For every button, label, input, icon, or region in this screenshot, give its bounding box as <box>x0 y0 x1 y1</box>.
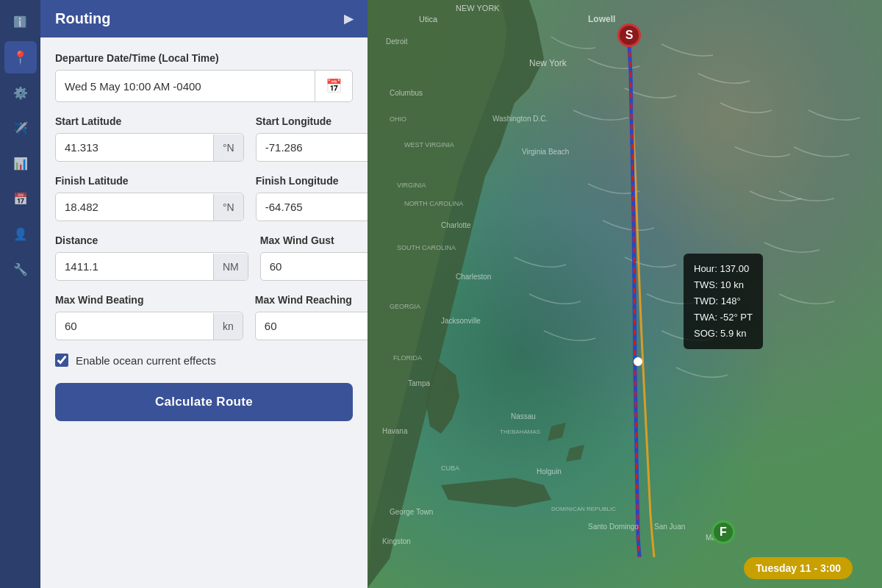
max-wind-gust-input[interactable] <box>261 253 368 280</box>
svg-text:DOMINICAN REPUBLIC: DOMINICAN REPUBLIC <box>551 506 616 512</box>
start-marker: S <box>617 24 641 47</box>
svg-text:SOUTH CAROLINA: SOUTH CAROLINA <box>397 244 456 251</box>
sidebar-item-calendar[interactable]: 📅 <box>4 182 37 215</box>
max-wind-beating-unit: kn <box>213 313 243 340</box>
finish-marker-label: F <box>720 526 727 539</box>
svg-text:GEORGIA: GEORGIA <box>390 303 420 310</box>
finish-lon-input-wrapper: °E <box>256 193 368 221</box>
max-wind-reaching-group: Max Wind Reaching kn <box>255 294 368 340</box>
max-wind-gust-label: Max Wind Gust <box>260 234 368 246</box>
svg-text:Washington D.C.: Washington D.C. <box>492 115 548 123</box>
collapse-arrow[interactable]: ▶ <box>344 12 353 26</box>
finish-lat-label: Finish Latitude <box>55 175 244 187</box>
distance-label: Distance <box>55 234 248 246</box>
max-wind-beating-input-wrapper: kn <box>55 312 243 340</box>
start-lat-label: Start Latitude <box>55 115 244 127</box>
finish-lat-unit: °N <box>213 194 243 220</box>
departure-date-label: Departure Date/Time (Local Time) <box>55 52 353 64</box>
svg-text:Tampa: Tampa <box>408 379 430 387</box>
svg-text:WEST VIRGINIA: WEST VIRGINIA <box>404 141 454 148</box>
ocean-current-label[interactable]: Enable ocean current effects <box>76 354 216 367</box>
calendar-icon[interactable]: 📅 <box>315 71 352 101</box>
finish-lon-label: Finish Longitude <box>256 175 368 187</box>
start-lat-group: Start Latitude °N <box>55 115 244 162</box>
svg-text:Columbus: Columbus <box>390 89 423 97</box>
icon-bar: ℹ️ 📍 ⚙️ ✈️ 📊 📅 👤 🔧 <box>0 0 40 588</box>
departure-date-input[interactable] <box>56 73 315 100</box>
wind-beating-reaching-row: Max Wind Beating kn Max Wind Reaching kn <box>55 294 353 340</box>
sidebar-item-location[interactable]: 📍 <box>4 41 37 74</box>
departure-field-group: Departure Date/Time (Local Time) 📅 <box>55 52 353 102</box>
svg-text:Charleston: Charleston <box>456 273 491 281</box>
finish-coords-row: Finish Latitude °N Finish Longitude °E <box>55 175 353 221</box>
start-lon-group: Start Longitude °E <box>256 115 368 162</box>
svg-text:Utica: Utica <box>419 15 438 24</box>
sidebar-item-person[interactable]: 👤 <box>4 218 37 250</box>
svg-text:CUBA: CUBA <box>441 465 459 472</box>
svg-text:Kingston: Kingston <box>382 537 411 545</box>
finish-lat-input[interactable] <box>56 193 213 220</box>
panel-title: Routing <box>55 10 111 27</box>
map-area[interactable]: Utica NEW YORK Detroit Lowell New York C… <box>368 0 882 588</box>
sidebar-item-wrench[interactable]: 🔧 <box>4 253 37 285</box>
panel-header: Routing ▶ <box>40 0 368 37</box>
svg-text:Holguin: Holguin <box>537 467 562 476</box>
finish-lat-input-wrapper: °N <box>55 193 244 221</box>
max-wind-reaching-input-wrapper: kn <box>255 312 368 340</box>
start-lon-input-wrapper: °E <box>256 133 368 162</box>
distance-input-wrapper: NM <box>55 252 248 281</box>
ocean-current-checkbox[interactable] <box>55 354 68 367</box>
max-wind-gust-group: Max Wind Gust kn <box>260 234 368 281</box>
panel-body: Departure Date/Time (Local Time) 📅 Start… <box>40 37 368 588</box>
start-lat-input-wrapper: °N <box>55 133 244 162</box>
svg-text:San Juan: San Juan <box>654 523 685 531</box>
svg-text:George Town: George Town <box>390 508 433 516</box>
ocean-current-row: Enable ocean current effects <box>55 354 353 367</box>
max-wind-reaching-label: Max Wind Reaching <box>255 294 368 306</box>
max-wind-beating-label: Max Wind Beating <box>55 294 243 306</box>
svg-text:Virginia Beach: Virginia Beach <box>522 148 569 156</box>
sidebar-item-sliders[interactable]: ⚙️ <box>4 76 37 109</box>
datetime-wrapper: 📅 <box>55 70 353 102</box>
routing-panel: Routing ▶ Departure Date/Time (Local Tim… <box>40 0 368 588</box>
timestamp-bar: Tuesday 11 - 3:00 <box>744 557 853 579</box>
calculate-route-button[interactable]: Calculate Route <box>55 383 353 421</box>
sidebar-item-info[interactable]: ℹ️ <box>4 6 37 38</box>
svg-text:THEBAHAMAS: THEBAHAMAS <box>500 429 540 435</box>
distance-wind-row: Distance NM Max Wind Gust kn <box>55 234 353 281</box>
svg-text:Havana: Havana <box>382 427 408 435</box>
svg-text:FLORIDA: FLORIDA <box>393 354 422 362</box>
distance-unit: NM <box>213 254 248 280</box>
start-coords-row: Start Latitude °N Start Longitude °E <box>55 115 353 162</box>
map-svg: Utica NEW YORK Detroit Lowell New York C… <box>368 0 882 588</box>
svg-text:NEW YORK: NEW YORK <box>456 4 500 12</box>
max-wind-beating-input[interactable] <box>56 312 213 340</box>
distance-group: Distance NM <box>55 234 248 281</box>
start-lat-unit: °N <box>213 135 243 161</box>
sidebar-item-chart[interactable]: 📊 <box>4 147 37 179</box>
timestamp-label: Tuesday 11 - 3:00 <box>756 562 841 574</box>
finish-lon-group: Finish Longitude °E <box>256 175 368 221</box>
start-marker-label: S <box>625 29 634 42</box>
svg-text:Nassau: Nassau <box>511 412 536 420</box>
distance-input[interactable] <box>56 253 213 280</box>
svg-text:VIRGINIA: VIRGINIA <box>397 182 426 189</box>
max-wind-beating-group: Max Wind Beating kn <box>55 294 243 340</box>
svg-text:Santo Domingo: Santo Domingo <box>588 523 639 531</box>
finish-lon-input[interactable] <box>257 193 368 220</box>
sidebar-item-navigation[interactable]: ✈️ <box>4 112 37 144</box>
finish-lat-group: Finish Latitude °N <box>55 175 244 221</box>
svg-text:NORTH CAROLINA: NORTH CAROLINA <box>404 200 463 207</box>
svg-text:Charlotte: Charlotte <box>441 221 471 229</box>
max-wind-gust-input-wrapper: kn <box>260 252 368 281</box>
svg-text:New York: New York <box>529 58 567 68</box>
svg-text:Jacksonville: Jacksonville <box>441 317 481 325</box>
start-lat-input[interactable] <box>56 134 213 161</box>
max-wind-reaching-input[interactable] <box>256 312 368 340</box>
start-lon-input[interactable] <box>257 134 368 161</box>
start-lon-label: Start Longitude <box>256 115 368 127</box>
svg-text:OHIO: OHIO <box>390 115 406 123</box>
svg-point-3 <box>634 358 642 365</box>
svg-text:Detroit: Detroit <box>386 37 408 46</box>
svg-text:Lowell: Lowell <box>588 14 615 24</box>
